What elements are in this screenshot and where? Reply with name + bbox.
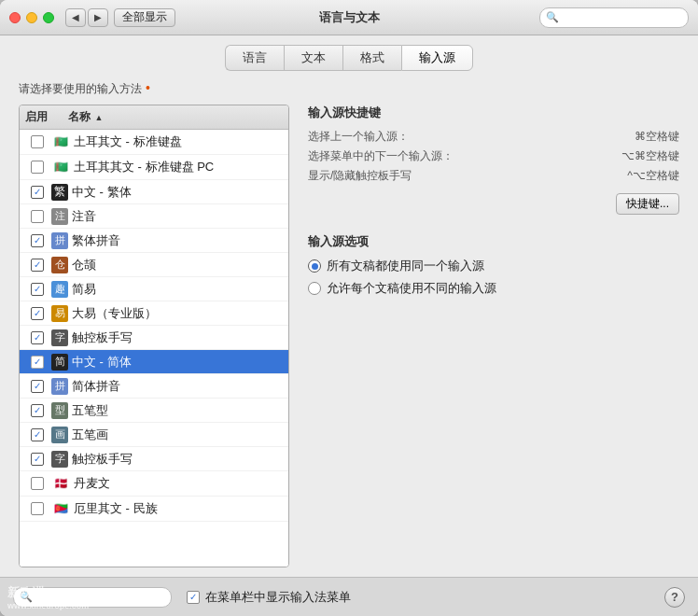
options-title: 输入源选项 (308, 233, 679, 250)
shortcut-label-3: 显示/隐藏触控板手写 (308, 168, 412, 184)
list-item[interactable]: 字 触控板手写 (20, 326, 288, 350)
tab-format[interactable]: 格式 (342, 45, 401, 71)
menu-checkbox[interactable]: ✓ (187, 591, 200, 604)
item-checkbox[interactable] (23, 453, 51, 466)
item-label: 大易（专业版） (72, 305, 285, 322)
shortcuts-section: 输入源快捷键 选择上一个输入源： ⌘空格键 选择菜单中的下一个输入源： ⌥⌘空格… (308, 105, 679, 215)
item-icon: 🇪🇷 (51, 499, 70, 518)
shortcut-button[interactable]: 快捷键... (616, 193, 679, 215)
item-checkbox[interactable] (23, 477, 51, 490)
radio-label-1: 所有文稿都使用同一个输入源 (327, 258, 484, 274)
item-label: 厄里其文 - 民族 (74, 500, 285, 517)
col-name-header: 名称 ▲ (68, 109, 283, 125)
traffic-lights (9, 12, 54, 23)
item-checkbox[interactable] (23, 135, 51, 148)
show-all-button[interactable]: 全部显示 (114, 8, 175, 27)
search-icon: 🔍 (546, 11, 559, 23)
titlebar-search[interactable]: 🔍 (539, 7, 689, 28)
item-checkbox[interactable] (23, 259, 51, 272)
help-button[interactable]: ? (664, 587, 685, 608)
close-button[interactable] (9, 12, 21, 23)
item-checkbox[interactable] (23, 502, 51, 515)
list-item[interactable]: 仓 仓颉 (20, 253, 288, 277)
tab-language[interactable]: 语言 (225, 45, 284, 71)
list-item[interactable]: 拼 繁体拼音 (20, 229, 288, 253)
item-label: 触控板手写 (72, 329, 285, 346)
item-checkbox[interactable] (23, 428, 51, 441)
item-label: 中文 - 简体 (72, 354, 285, 371)
shortcut-row-1: 选择上一个输入源： ⌘空格键 (308, 129, 679, 145)
item-checkbox[interactable] (23, 404, 51, 417)
forward-button[interactable]: ▶ (88, 8, 108, 27)
window-title: 语言与文本 (319, 9, 380, 26)
list-item[interactable]: 注 注音 (20, 204, 288, 229)
item-checkbox[interactable] (23, 161, 51, 174)
item-label: 注音 (72, 208, 285, 225)
item-icon: 简 (51, 354, 68, 371)
radio-label-2: 允许每个文稿使用不同的输入源 (327, 280, 496, 297)
item-icon: 拼 (51, 232, 68, 249)
col-enabled-header: 启用 (25, 109, 59, 125)
list-item-selected[interactable]: ✓ 简 中文 - 简体 (20, 350, 288, 374)
list-item[interactable]: 🇹🇲 土耳其其文 - 标准键盘 PC (20, 155, 288, 180)
list-item[interactable]: 拼 简体拼音 (20, 374, 288, 399)
list-item[interactable]: 型 五笔型 (20, 399, 288, 423)
back-button[interactable]: ◀ (65, 8, 86, 27)
list-item[interactable]: 趣 简易 (20, 277, 288, 301)
list-item[interactable]: 易 大易（专业版） (20, 301, 288, 326)
item-label: 五笔画 (72, 427, 285, 443)
item-checkbox[interactable] (23, 234, 51, 247)
maximize-button[interactable] (43, 12, 54, 23)
item-label: 丹麦文 (74, 475, 285, 492)
item-icon: 仓 (51, 257, 68, 273)
item-icon: 字 (51, 329, 68, 346)
menu-checkbox-row: ✓ 在菜单栏中显示输入法菜单 (187, 589, 351, 606)
item-checkbox[interactable] (23, 186, 51, 199)
radio-row-2[interactable]: 允许每个文稿使用不同的输入源 (308, 280, 679, 297)
list-item[interactable]: 字 触控板手写 (20, 447, 288, 471)
item-checkbox[interactable] (23, 331, 51, 344)
list-item[interactable]: 🇹🇲 土耳其文 - 标准键盘 (20, 130, 288, 155)
menu-checkbox-label: 在菜单栏中显示输入法菜单 (205, 589, 351, 606)
tab-input[interactable]: 输入源 (401, 45, 473, 71)
shortcut-label-2: 选择菜单中的下一个输入源： (308, 148, 454, 164)
item-icon: 拼 (51, 378, 68, 395)
item-label: 中文 - 繁体 (72, 184, 285, 201)
item-checkbox[interactable] (23, 380, 51, 393)
minimize-button[interactable] (26, 12, 37, 23)
radio-btn-2[interactable] (308, 282, 321, 295)
tab-text[interactable]: 文本 (284, 45, 342, 71)
item-icon: 型 (51, 402, 68, 419)
item-icon: 注 (51, 208, 68, 225)
main-window: ◀ ▶ 全部显示 语言与文本 🔍 语言 文本 格式 输入源 请选择要使用的输入方… (0, 0, 698, 616)
item-icon: 🇩🇰 (51, 474, 70, 493)
item-label: 简体拼音 (72, 378, 285, 395)
required-dot: • (142, 80, 150, 95)
watermark-url: www.xineurope.com (7, 601, 89, 610)
list-item[interactable]: 画 五笔画 (20, 423, 288, 447)
main-area: 启用 名称 ▲ 🇹🇲 土耳其文 - 标准键盘 🇹🇲 (19, 105, 679, 567)
item-checkbox[interactable]: ✓ (23, 356, 51, 369)
item-icon: 🇹🇲 (51, 133, 70, 151)
radio-btn-1[interactable] (308, 259, 321, 273)
item-label: 繁体拼音 (72, 232, 285, 249)
nav-buttons: ◀ ▶ (65, 8, 108, 27)
shortcut-row-3: 显示/隐藏触控板手写 ^⌥空格键 (308, 168, 679, 184)
item-label: 土耳其其文 - 标准键盘 PC (74, 159, 285, 175)
titlebar: ◀ ▶ 全部显示 语言与文本 🔍 (0, 0, 698, 35)
list-item[interactable]: 🇩🇰 丹麦文 (20, 471, 288, 497)
main-content: 请选择要使用的输入方法 • 启用 名称 ▲ 🇹🇲 土耳其文 - 标准键盘 (0, 71, 698, 577)
radio-row-1[interactable]: 所有文稿都使用同一个输入源 (308, 258, 679, 274)
shortcut-label-1: 选择上一个输入源： (308, 129, 409, 145)
item-icon: 字 (51, 451, 68, 468)
list-item[interactable]: 繁 中文 - 繁体 (20, 180, 288, 204)
item-icon: 趣 (51, 281, 68, 298)
list-scroll[interactable]: 🇹🇲 土耳其文 - 标准键盘 🇹🇲 土耳其其文 - 标准键盘 PC 繁 中文 -… (20, 130, 288, 567)
item-icon: 繁 (51, 184, 68, 201)
item-checkbox[interactable] (23, 307, 51, 320)
sort-arrow: ▲ (92, 113, 103, 122)
item-checkbox[interactable] (23, 283, 51, 296)
list-item[interactable]: 🇪🇷 厄里其文 - 民族 (20, 497, 288, 522)
item-checkbox[interactable] (23, 210, 51, 223)
shortcut-row-2: 选择菜单中的下一个输入源： ⌥⌘空格键 (308, 148, 679, 164)
